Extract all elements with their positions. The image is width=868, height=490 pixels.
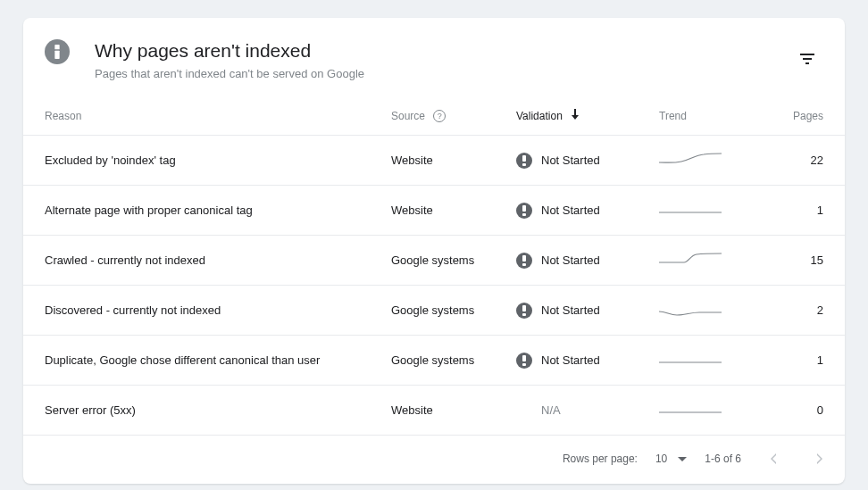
cell-trend [648,336,738,386]
exclamation-icon [516,303,532,319]
svg-rect-5 [522,155,526,162]
rows-per-page-label: Rows per page: [563,453,638,465]
svg-rect-8 [522,213,526,216]
validation-label: Not Started [541,203,600,217]
chevron-right-icon [816,453,823,464]
cell-reason: Crawled - currently not indexed [23,236,380,286]
sparkline [659,250,722,268]
svg-rect-1 [54,51,59,59]
cell-pages: 0 [738,386,845,436]
cell-validation: N/A [505,386,648,436]
validation-label: Not Started [541,303,600,317]
indexing-issues-card: Why pages aren't indexed Pages that aren… [23,18,845,484]
table-footer: Rows per page: 10 1-6 of 6 [23,435,845,477]
svg-rect-6 [522,163,526,166]
validation-label: Not Started [541,253,600,267]
cell-validation: Not Started [505,286,648,336]
rows-per-page-select[interactable]: 10 [655,453,687,465]
svg-rect-11 [522,305,526,311]
sparkline [659,400,722,418]
validation-label: Not Started [541,154,600,167]
svg-rect-4 [805,62,809,64]
card-title: Why pages aren't indexed [95,39,791,62]
cell-validation: Not Started [505,236,648,286]
sparkline [659,350,722,368]
card-subtitle: Pages that aren't indexed can't be serve… [95,66,791,82]
issues-table: Reason Source ? Validation Trend Pages E… [23,96,845,435]
svg-rect-13 [522,355,526,361]
cell-trend [648,186,738,236]
col-source[interactable]: Source ? [380,96,505,136]
svg-rect-14 [522,363,526,366]
validation-label: Not Started [541,353,600,367]
cell-source: Website [380,186,505,236]
svg-rect-10 [522,263,526,266]
sort-down-icon [571,110,580,122]
svg-rect-7 [522,205,526,212]
cell-trend [648,236,738,286]
chevron-left-icon [770,453,777,464]
svg-rect-3 [803,58,812,60]
help-icon[interactable]: ? [433,110,446,122]
cell-source: Website [380,136,505,186]
sparkline [659,200,722,218]
next-page-button[interactable] [805,444,834,473]
table-row[interactable]: Duplicate, Google chose different canoni… [23,336,845,386]
cell-source: Google systems [380,236,505,286]
cell-source: Website [380,386,505,436]
cell-pages: 2 [738,286,845,336]
svg-rect-0 [54,45,59,49]
col-reason[interactable]: Reason [23,96,380,136]
cell-validation: Not Started [505,136,648,186]
exclamation-icon [516,253,532,269]
validation-label: N/A [516,403,561,417]
cell-source: Google systems [380,336,505,386]
cell-reason: Server error (5xx) [23,386,380,436]
table-row[interactable]: Crawled - currently not indexedGoogle sy… [23,236,845,286]
sparkline [659,300,722,318]
card-header: Why pages aren't indexed Pages that aren… [23,18,845,96]
exclamation-icon [516,353,532,369]
col-pages[interactable]: Pages [738,96,845,136]
cell-validation: Not Started [505,336,648,386]
cell-reason: Alternate page with proper canonical tag [23,186,380,236]
cell-pages: 22 [738,136,845,186]
table-row[interactable]: Excluded by 'noindex' tagWebsiteNot Star… [23,136,845,186]
filter-icon [799,51,815,67]
svg-rect-12 [522,313,526,316]
prev-page-button[interactable] [759,444,788,473]
cell-pages: 1 [738,186,845,236]
exclamation-icon [516,203,532,219]
cell-pages: 15 [738,236,845,286]
svg-rect-9 [522,255,526,262]
svg-rect-2 [800,54,814,55]
col-trend: Trend [648,96,738,136]
col-validation[interactable]: Validation [505,96,648,136]
cell-reason: Discovered - currently not indexed [23,286,380,336]
cell-reason: Excluded by 'noindex' tag [23,136,380,186]
cell-source: Google systems [380,286,505,336]
cell-validation: Not Started [505,186,648,236]
exclamation-icon [516,153,532,169]
cell-trend [648,136,738,186]
pagination-range: 1-6 of 6 [705,453,741,465]
cell-reason: Duplicate, Google chose different canoni… [23,336,380,386]
info-icon [45,39,70,64]
filter-button[interactable] [791,43,823,75]
cell-trend [648,386,738,436]
caret-down-icon [678,457,687,461]
table-row[interactable]: Discovered - currently not indexedGoogle… [23,286,845,336]
table-row[interactable]: Alternate page with proper canonical tag… [23,186,845,236]
sparkline [659,150,722,168]
cell-pages: 1 [738,336,845,386]
cell-trend [648,286,738,336]
table-row[interactable]: Server error (5xx)WebsiteN/A0 [23,386,845,436]
